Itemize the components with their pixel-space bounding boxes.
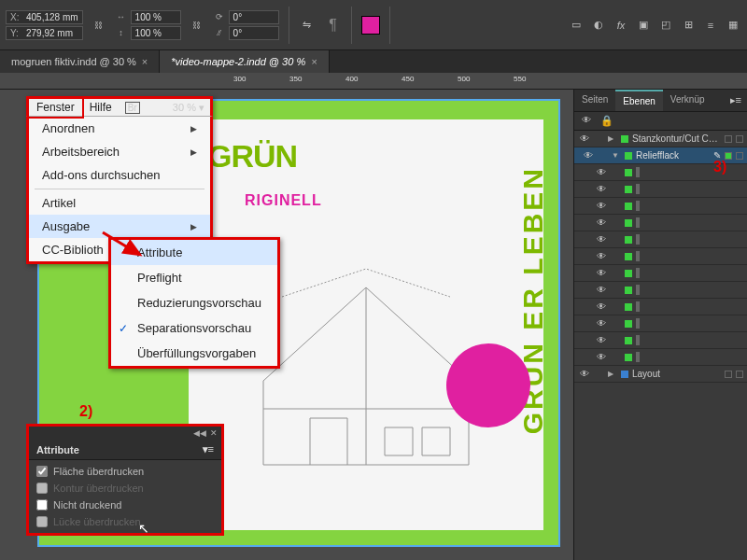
panel-menu-icon[interactable]: ▾≡ <box>203 443 214 455</box>
svg-line-0 <box>103 232 140 255</box>
submenu-item[interactable]: Preflight <box>111 265 277 290</box>
document-tab-active[interactable]: *video-mappe-2.indd @ 30 %× <box>160 50 329 73</box>
visibility-toggle-icon[interactable]: 👁 <box>582 150 595 161</box>
layer-row[interactable]: 👁▶Layout <box>574 366 747 383</box>
submenu-item[interactable]: Reduzierungsvorschau <box>111 290 277 315</box>
panel-menu-icon[interactable]: ▸≡ <box>725 90 747 111</box>
layer-name: Stanzkontur/Cut Cont <box>632 133 721 144</box>
align-icon[interactable]: ≡ <box>702 17 719 34</box>
layer-color-swatch <box>621 371 628 378</box>
layer-row[interactable]: 👁 <box>574 265 747 282</box>
link-scale-icon[interactable]: ⛓ <box>190 19 204 32</box>
lock-column-icon: 🔒 <box>600 115 610 127</box>
layer-name <box>636 335 743 345</box>
visibility-toggle-icon[interactable]: 👁 <box>595 201 608 211</box>
menu-hilfe[interactable]: Hilfe <box>82 98 120 117</box>
target-indicator[interactable] <box>736 371 743 378</box>
paragraph-icon[interactable]: ¶ <box>325 17 342 34</box>
layer-row[interactable]: 👁▶Stanzkontur/Cut Cont <box>574 131 747 147</box>
visibility-toggle-icon[interactable]: 👁 <box>595 251 608 261</box>
layer-row[interactable]: 👁 <box>574 282 747 299</box>
corner-icon[interactable]: ◰ <box>657 17 674 34</box>
menu-fenster[interactable]: Fenster <box>27 96 84 119</box>
layer-row[interactable]: 👁 <box>574 248 747 265</box>
fill-swatch[interactable] <box>361 16 380 35</box>
attribute-checkbox-row[interactable]: Nicht druckend <box>36 499 214 511</box>
doc-subhead: RIGINELL <box>245 192 322 209</box>
layer-color-swatch <box>625 169 632 176</box>
shear[interactable]: 0° <box>229 26 279 40</box>
y-coord[interactable]: Y:279,92 mm <box>6 26 83 40</box>
submenu-item[interactable]: Überfüllungsvorgaben <box>111 341 277 366</box>
target-indicator[interactable] <box>638 285 640 295</box>
menu-item[interactable]: Anordnen▶ <box>29 117 210 140</box>
rotation[interactable]: 0° <box>229 10 279 24</box>
visibility-toggle-icon[interactable]: 👁 <box>578 369 591 379</box>
grid-icon[interactable]: ▦ <box>725 17 741 34</box>
layer-name <box>636 352 743 362</box>
target-indicator[interactable] <box>638 184 640 194</box>
stroke-weight-icon[interactable]: ▭ <box>568 17 585 34</box>
layer-row[interactable]: 👁 <box>574 315 747 332</box>
target-indicator[interactable] <box>638 301 640 312</box>
opacity-icon[interactable]: ◐ <box>590 17 607 34</box>
visibility-toggle-icon[interactable]: 👁 <box>595 285 608 295</box>
layer-row[interactable]: 👁 <box>574 332 747 349</box>
flip-h-icon[interactable]: ⇋ <box>299 17 316 34</box>
visibility-toggle-icon[interactable]: 👁 <box>595 167 608 177</box>
menu-item[interactable]: Artikel <box>29 191 210 215</box>
target-indicator[interactable] <box>638 352 640 362</box>
link-xy-icon[interactable]: ⛓ <box>92 19 106 32</box>
target-indicator[interactable] <box>736 152 743 160</box>
panel-close-icon[interactable]: ✕ <box>210 428 218 438</box>
attribute-panel-title: Attribute <box>36 444 79 455</box>
target-indicator[interactable] <box>638 201 640 211</box>
layer-row[interactable]: 👁 <box>574 198 747 215</box>
x-coord[interactable]: X:405,128 mm <box>6 10 83 24</box>
target-indicator[interactable] <box>638 335 640 345</box>
bridge-icon[interactable]: Br <box>125 102 140 114</box>
visibility-toggle-icon[interactable]: 👁 <box>595 234 608 245</box>
target-indicator[interactable] <box>638 217 640 228</box>
document-tab[interactable]: mogruen fiktiv.indd @ 30 %× <box>0 50 160 73</box>
submenu-item[interactable]: ✓Separationsvorschau <box>111 315 277 341</box>
layer-row[interactable]: 👁 <box>574 181 747 198</box>
menu-item[interactable]: Arbeitsbereich▶ <box>29 140 210 163</box>
zoom-level[interactable]: 30 % ▾ <box>173 102 210 114</box>
menu-item[interactable]: Add-ons durchsuchen <box>29 163 210 187</box>
target-indicator[interactable] <box>638 251 640 261</box>
visibility-toggle-icon[interactable]: 👁 <box>595 217 608 228</box>
height-scale[interactable]: 100 % <box>131 26 181 40</box>
target-indicator[interactable] <box>638 268 640 278</box>
target-indicator[interactable] <box>638 167 640 177</box>
layer-row[interactable]: 👁 <box>574 215 747 231</box>
panel-tab-ebenen[interactable]: Ebenen <box>615 90 662 111</box>
target-indicator[interactable] <box>638 318 640 329</box>
visibility-toggle-icon[interactable]: 👁 <box>595 335 608 345</box>
close-tab-icon[interactable]: × <box>311 56 317 67</box>
panel-tab-seiten[interactable]: Seiten <box>574 90 615 111</box>
fx-icon[interactable]: fx <box>613 17 629 34</box>
visibility-toggle-icon[interactable]: 👁 <box>595 301 608 312</box>
panel-tab-verknuep[interactable]: Verknüp <box>663 90 712 111</box>
visibility-toggle-icon[interactable]: 👁 <box>595 352 608 362</box>
layer-color-swatch <box>621 135 628 143</box>
target-indicator[interactable] <box>638 234 640 245</box>
layer-row[interactable]: 👁 <box>574 299 747 315</box>
width-scale[interactable]: 100 % <box>131 10 181 24</box>
target-indicator[interactable] <box>736 135 743 143</box>
layer-row[interactable]: 👁 <box>574 349 747 366</box>
layer-row[interactable]: 👁 <box>574 231 747 248</box>
frame-fit-icon[interactable]: ⊞ <box>680 17 697 34</box>
visibility-toggle-icon[interactable]: 👁 <box>595 184 608 194</box>
panel-collapse-icon[interactable]: ◀◀ <box>193 428 206 438</box>
attribute-checkbox-row[interactable]: Fläche überdrucken <box>36 466 214 477</box>
visibility-toggle-icon[interactable]: 👁 <box>595 268 608 278</box>
text-wrap-icon[interactable]: ▣ <box>635 17 652 34</box>
layer-name: Reliefflack <box>636 150 710 161</box>
visibility-toggle-icon[interactable]: 👁 <box>578 133 591 144</box>
close-tab-icon[interactable]: × <box>142 56 148 67</box>
visibility-toggle-icon[interactable]: 👁 <box>595 318 608 329</box>
layer-name <box>636 268 743 278</box>
layer-name <box>636 285 743 295</box>
